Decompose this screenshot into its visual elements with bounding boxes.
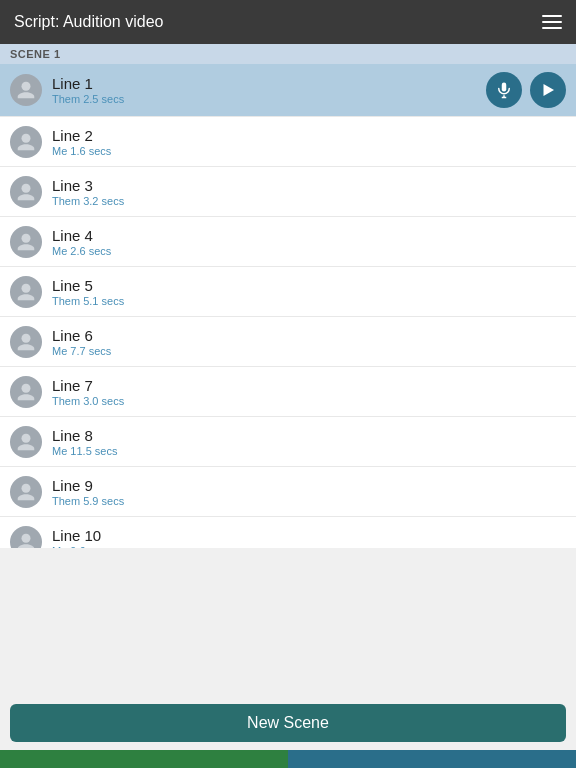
line-title-8: Line 8: [52, 427, 566, 444]
avatar-2: [10, 126, 42, 158]
record-them-button[interactable]: Record Them: [288, 750, 576, 768]
line-item-1[interactable]: Line 1Them 2.5 secs: [0, 64, 576, 117]
svg-marker-4: [544, 84, 555, 96]
line-meta-1: Them 2.5 secs: [52, 93, 486, 105]
line-meta-2: Me 1.6 secs: [52, 145, 566, 157]
line-item-3[interactable]: Line 3Them 3.2 secs: [0, 167, 576, 217]
line-info-9: Line 9Them 5.9 secs: [52, 477, 566, 507]
line-title-10: Line 10: [52, 527, 566, 544]
scene-label: SCENE 1: [0, 44, 576, 64]
svg-point-9: [22, 333, 31, 342]
line-item-2[interactable]: Line 2Me 1.6 secs: [0, 117, 576, 167]
avatar-6: [10, 326, 42, 358]
line-role-2: Me: [52, 145, 67, 157]
new-scene-bar: New Scene: [0, 696, 576, 750]
line-item-5[interactable]: Line 5Them 5.1 secs: [0, 267, 576, 317]
line-duration-6: 7.7 secs: [70, 345, 111, 357]
line-duration-9: 5.9 secs: [83, 495, 124, 507]
app-header: Script: Audition video: [0, 0, 576, 44]
line-item-9[interactable]: Line 9Them 5.9 secs: [0, 467, 576, 517]
line-item-4[interactable]: Line 4Me 2.6 secs: [0, 217, 576, 267]
line-title-5: Line 5: [52, 277, 566, 294]
line-info-5: Line 5Them 5.1 secs: [52, 277, 566, 307]
line-role-4: Me: [52, 245, 67, 257]
line-role-10: Me: [52, 545, 67, 549]
line-duration-4: 2.6 secs: [70, 245, 111, 257]
line-meta-8: Me 11.5 secs: [52, 445, 566, 457]
line-info-2: Line 2Me 1.6 secs: [52, 127, 566, 157]
svg-point-0: [22, 82, 31, 91]
line-info-1: Line 1Them 2.5 secs: [52, 75, 486, 105]
mic-button-1[interactable]: [486, 72, 522, 108]
line-item-8[interactable]: Line 8Me 11.5 secs: [0, 417, 576, 467]
line-item-7[interactable]: Line 7Them 3.0 secs: [0, 367, 576, 417]
avatar-7: [10, 376, 42, 408]
line-duration-10: 9.6 secs: [70, 545, 111, 549]
avatar-8: [10, 426, 42, 458]
svg-point-10: [22, 383, 31, 392]
line-actions-1: [486, 72, 566, 108]
svg-point-7: [22, 233, 31, 242]
line-item-10[interactable]: Line 10Me 9.6 secs: [0, 517, 576, 548]
line-info-4: Line 4Me 2.6 secs: [52, 227, 566, 257]
line-role-6: Me: [52, 345, 67, 357]
empty-area: [0, 548, 576, 696]
avatar-9: [10, 476, 42, 508]
line-title-4: Line 4: [52, 227, 566, 244]
svg-point-6: [22, 183, 31, 192]
record-bar: Record Me Record Them: [0, 750, 576, 768]
svg-point-12: [22, 483, 31, 492]
play-button-1[interactable]: [530, 72, 566, 108]
avatar-3: [10, 176, 42, 208]
lines-list: Line 1Them 2.5 secs Line 2Me 1.6 secs Li…: [0, 64, 576, 548]
line-meta-9: Them 5.9 secs: [52, 495, 566, 507]
svg-point-13: [22, 533, 31, 542]
menu-button[interactable]: [542, 15, 562, 29]
line-title-6: Line 6: [52, 327, 566, 344]
line-role-7: Them: [52, 395, 80, 407]
line-role-8: Me: [52, 445, 67, 457]
avatar-1: [10, 74, 42, 106]
line-title-2: Line 2: [52, 127, 566, 144]
line-meta-4: Me 2.6 secs: [52, 245, 566, 257]
svg-point-5: [22, 133, 31, 142]
record-me-button[interactable]: Record Me: [0, 750, 288, 768]
avatar-4: [10, 226, 42, 258]
line-duration-1: 2.5 secs: [83, 93, 124, 105]
line-item-6[interactable]: Line 6Me 7.7 secs: [0, 317, 576, 367]
line-info-7: Line 7Them 3.0 secs: [52, 377, 566, 407]
line-duration-7: 3.0 secs: [83, 395, 124, 407]
line-title-7: Line 7: [52, 377, 566, 394]
line-role-5: Them: [52, 295, 80, 307]
line-info-6: Line 6Me 7.7 secs: [52, 327, 566, 357]
svg-rect-1: [502, 83, 507, 92]
avatar-5: [10, 276, 42, 308]
line-duration-3: 3.2 secs: [83, 195, 124, 207]
line-info-10: Line 10Me 9.6 secs: [52, 527, 566, 549]
line-info-3: Line 3Them 3.2 secs: [52, 177, 566, 207]
line-info-8: Line 8Me 11.5 secs: [52, 427, 566, 457]
line-title-9: Line 9: [52, 477, 566, 494]
line-meta-7: Them 3.0 secs: [52, 395, 566, 407]
line-meta-10: Me 9.6 secs: [52, 545, 566, 549]
line-title-1: Line 1: [52, 75, 486, 92]
svg-point-8: [22, 283, 31, 292]
svg-point-11: [22, 433, 31, 442]
line-title-3: Line 3: [52, 177, 566, 194]
new-scene-button[interactable]: New Scene: [10, 704, 566, 742]
line-role-3: Them: [52, 195, 80, 207]
line-duration-8: 11.5 secs: [70, 445, 117, 457]
line-duration-2: 1.6 secs: [70, 145, 111, 157]
line-role-9: Them: [52, 495, 80, 507]
line-meta-5: Them 5.1 secs: [52, 295, 566, 307]
avatar-10: [10, 526, 42, 549]
line-meta-3: Them 3.2 secs: [52, 195, 566, 207]
line-duration-5: 5.1 secs: [83, 295, 124, 307]
header-title: Script: Audition video: [14, 13, 163, 31]
line-role-1: Them: [52, 93, 80, 105]
line-meta-6: Me 7.7 secs: [52, 345, 566, 357]
